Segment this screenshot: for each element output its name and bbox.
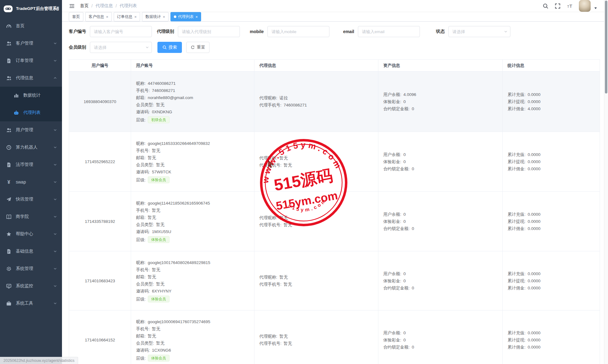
level-badge: 体验会员 <box>148 176 170 183</box>
toolbox-icon <box>6 301 11 306</box>
email-input[interactable] <box>358 26 420 37</box>
sidebar-item-home[interactable]: 首页 <box>0 17 62 35</box>
document-icon <box>6 58 11 63</box>
sidebar-fold-icon[interactable] <box>69 3 75 9</box>
sidebar-item-orders[interactable]: 订单管理 <box>0 52 62 69</box>
close-icon[interactable]: × <box>106 15 108 19</box>
field-value: 暂无 <box>152 207 160 214</box>
field-value: 1MXU55U <box>152 228 171 235</box>
field-value: google|100006941760735274695 <box>148 318 210 325</box>
field-label: 邮箱: <box>136 214 146 221</box>
sidebar-item-business-school[interactable]: 商学院 <box>0 208 62 225</box>
tab-order-info[interactable]: 订单信息 × <box>114 12 140 21</box>
tab-label: 订单信息 <box>117 14 133 20</box>
chevron-down-icon <box>53 128 57 132</box>
fullscreen-icon[interactable] <box>555 3 561 9</box>
field-label: 昵称: <box>136 318 146 325</box>
tab-agent-list[interactable]: 代理列表 × <box>170 12 201 21</box>
field-value: 0.0000 <box>528 225 540 232</box>
close-icon[interactable]: × <box>196 15 198 19</box>
robot-icon <box>14 110 19 115</box>
tab-customer-info[interactable]: 客户信息 × <box>85 12 112 21</box>
field-label: 合约锁定金额: <box>383 165 410 172</box>
sidebar-item-label: 算力机器人 <box>16 145 53 150</box>
field-value: 暂无 <box>152 325 160 332</box>
field-value: 447460086271 <box>148 80 176 87</box>
field-value: 57W8TCK <box>152 168 171 176</box>
field-value: 7460086271 <box>152 87 175 94</box>
reset-button[interactable]: 重置 <box>186 42 209 53</box>
field-value: 暂无 <box>156 161 165 168</box>
field-label: 邮箱: <box>136 332 146 340</box>
user-avatar[interactable] <box>579 0 591 12</box>
sidebar-item-help-center[interactable]: 帮助中心 <box>0 225 62 243</box>
chevron-down-icon <box>53 59 57 63</box>
link-preview-tooltip: 20250622hd.jiuzhouw.xyz/agent/statistics <box>0 357 78 364</box>
sidebar-item-label: 首页 <box>16 23 57 29</box>
field-value: 暂无 <box>156 340 165 347</box>
filter-agent-level: 代理级别 <box>157 26 240 37</box>
field-value: 暂无 <box>152 266 160 273</box>
field-label: 会员类型: <box>136 161 154 168</box>
customer-id-input[interactable] <box>90 26 152 37</box>
sidebar-item-fiat[interactable]: 法币管理 <box>0 156 62 173</box>
field-value: 4.0000 <box>528 105 540 112</box>
field-label: 层级: <box>136 296 146 303</box>
sidebar-item-data-stats[interactable]: 数据统计 <box>0 87 62 104</box>
users-icon <box>6 76 11 81</box>
sidebar-item-news[interactable]: 快讯管理 <box>0 191 62 208</box>
field-label: 邮箱: <box>136 273 146 280</box>
field-value: 0 <box>412 165 414 172</box>
tab-bar: 首页 客户信息 × 订单信息 × 数据统计 × 代理列表 × <box>62 12 608 22</box>
sidebar-item-system-mgmt[interactable]: 系统管理 <box>0 260 62 277</box>
tab-data-stats[interactable]: 数据统计 × <box>142 12 169 21</box>
close-icon[interactable]: × <box>134 15 137 19</box>
sidebar-item-agent-list[interactable]: 代理列表 <box>0 104 62 121</box>
search-button[interactable]: 搜索 <box>157 42 182 53</box>
field-label: 手机号: <box>136 87 150 94</box>
sidebar-item-basic-info[interactable]: 基础信息 <box>0 243 62 260</box>
field-label: 代理手机号: <box>259 162 281 169</box>
scrollbar-thumb[interactable] <box>605 1 607 93</box>
breadcrumb-separator: / <box>91 3 93 8</box>
font-size-icon[interactable]: T T <box>567 3 573 9</box>
sidebar-item-users[interactable]: 用户管理 <box>0 121 62 139</box>
field-label: 昵称: <box>136 80 146 87</box>
field-value: 0 <box>403 277 406 284</box>
sidebar-item-label: 用户管理 <box>16 127 53 133</box>
user-account-cell: 昵称:447460086271 手机号:7460086271 邮箱:norahf… <box>131 72 254 132</box>
member-level-select[interactable] <box>90 42 152 53</box>
sidebar-item-system-tools[interactable]: 系统工具 <box>0 295 62 312</box>
mobile-input[interactable] <box>267 26 329 37</box>
filter-customer-id: 客户编号 <box>69 26 152 37</box>
field-label: 手机号: <box>136 266 150 273</box>
field-value: 6XYHYNY <box>152 288 171 295</box>
breadcrumb-separator: / <box>116 3 117 8</box>
yen-icon: ¥ <box>6 180 11 185</box>
sidebar-item-customers[interactable]: 客户管理 <box>0 35 62 52</box>
asset-info-cell: 用户余额:0 体验彩金:0 合约锁定金额:0 <box>378 310 503 364</box>
sidebar-item-agent-info[interactable]: 代理信息 <box>0 69 62 87</box>
agent-info-cell: 代理昵称:暂无 代理手机号:暂无 <box>254 192 378 251</box>
sidebar-item-mining-robot[interactable]: 算力机器人 <box>0 139 62 156</box>
chevron-down-icon <box>53 197 57 201</box>
agent-level-input[interactable] <box>178 26 240 37</box>
status-select-input[interactable] <box>448 26 510 37</box>
search-icon[interactable] <box>543 3 549 9</box>
users-icon <box>6 41 11 46</box>
sidebar-item-swap[interactable]: ¥ swap <box>0 173 62 191</box>
member-level-select-input[interactable] <box>90 42 152 53</box>
user-account-cell: 昵称:google|116533302664649709832 手机号:暂无 邮… <box>131 132 254 191</box>
table-row: 1714010664152 昵称:google|1000069417607352… <box>69 310 600 364</box>
sidebar-item-system-monitor[interactable]: 系统监控 <box>0 277 62 295</box>
breadcrumb-home[interactable]: 首页 <box>80 3 89 9</box>
sidebar-item-label: 数据统计 <box>23 93 57 98</box>
status-select[interactable] <box>448 26 510 37</box>
close-icon[interactable]: × <box>163 15 165 19</box>
field-value: 0.0000 <box>528 158 540 165</box>
user-id-cell: 1714010664152 <box>69 310 131 364</box>
field-value: 0.0000 <box>528 344 540 351</box>
filter-status: 状态 <box>436 26 510 37</box>
avatar-caret-icon[interactable] <box>594 7 597 9</box>
tab-home[interactable]: 首页 <box>69 12 83 21</box>
